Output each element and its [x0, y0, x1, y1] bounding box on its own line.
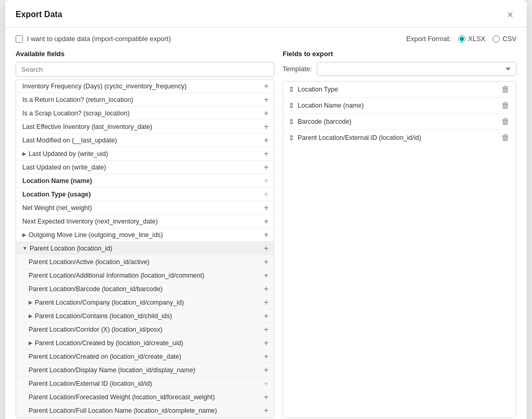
add-field-icon[interactable]: +: [263, 136, 270, 145]
field-name: Parent Location/Corridor (X) (location_i…: [29, 326, 263, 333]
add-field-icon[interactable]: +: [263, 366, 270, 374]
csv-radio[interactable]: [493, 35, 500, 43]
list-item: ▼Parent Location (location_id)+: [16, 242, 274, 255]
field-name: Last Updated on (write_date): [22, 164, 263, 171]
add-field-icon[interactable]: +: [263, 379, 270, 388]
update-checkbox-row[interactable]: I want to update data (import-compatible…: [16, 35, 171, 43]
delete-field-icon[interactable]: 🗑: [500, 85, 511, 94]
export-fields-list: ⇕Location Type🗑⇕Location Name (name)🗑⇕Ba…: [283, 81, 516, 418]
add-field-icon[interactable]: +: [263, 258, 270, 266]
field-name: Is a Scrap Location? (scrap_location): [22, 110, 263, 117]
delete-field-icon[interactable]: 🗑: [500, 133, 511, 142]
list-item: ▶Last Updated by (write_uid)+: [16, 147, 274, 161]
list-item: Net Weight (net_weight)+: [16, 201, 274, 215]
add-field-icon[interactable]: +: [263, 217, 270, 226]
field-name: Inventory Frequency (Days) (cyclic_inven…: [22, 83, 263, 90]
columns-row: Available fields Inventory Frequency (Da…: [16, 50, 516, 418]
list-item: Parent Location/Corridor (X) (location_i…: [16, 323, 274, 336]
add-field-icon[interactable]: +: [263, 163, 270, 172]
left-panel: Available fields Inventory Frequency (Da…: [16, 50, 274, 418]
export-field-left: ⇕Location Type: [288, 85, 500, 94]
add-field-icon[interactable]: +: [263, 407, 270, 415]
update-data-checkbox[interactable]: [16, 35, 23, 43]
add-field-icon[interactable]: +: [263, 123, 270, 131]
list-item: ▶Parent Location/Created by (location_id…: [16, 336, 274, 350]
template-label: Template:: [283, 65, 312, 73]
field-name: Parent Location/Active (location_id/acti…: [29, 258, 263, 266]
field-name: Parent Location/Company (location_id/com…: [35, 299, 263, 306]
collapse-icon[interactable]: ▼: [22, 245, 28, 251]
csv-option[interactable]: CSV: [493, 35, 516, 43]
add-field-icon[interactable]: +: [263, 298, 270, 307]
add-field-icon[interactable]: +: [263, 325, 270, 334]
add-field-icon[interactable]: +: [263, 244, 270, 253]
field-name: Last Updated by (write_uid): [29, 150, 263, 158]
add-field-icon[interactable]: +: [263, 96, 270, 104]
field-name: Parent Location (location_id): [30, 245, 263, 252]
export-format-row: Export Format: XLSX CSV: [406, 35, 516, 43]
export-field-left: ⇕Barcode (barcode): [288, 117, 500, 126]
export-dialog: Export Data × I want to update data (imp…: [5, 0, 527, 419]
template-select[interactable]: [317, 62, 516, 76]
list-item: Next Expected Inventory (next_inventory_…: [16, 215, 274, 228]
field-name: Last Modified on (__last_update): [22, 137, 263, 144]
xlsx-option[interactable]: XLSX: [458, 35, 485, 43]
export-list-item: ⇕Location Name (name)🗑: [283, 98, 516, 114]
list-item: Last Effective Inventory (last_inventory…: [16, 120, 274, 134]
expand-icon[interactable]: ▶: [29, 299, 33, 305]
add-field-icon[interactable]: +: [263, 204, 270, 212]
add-field-icon[interactable]: +: [263, 82, 270, 90]
add-field-icon[interactable]: +: [263, 352, 270, 361]
close-icon[interactable]: ×: [504, 8, 516, 21]
field-name: Outgoing Move Line (outgoing_move_line_i…: [29, 231, 263, 239]
export-field-name: Barcode (barcode): [298, 118, 352, 125]
xlsx-label: XLSX: [468, 35, 485, 43]
expand-icon[interactable]: ▶: [29, 340, 33, 346]
sort-icon[interactable]: ⇕: [288, 134, 295, 142]
add-field-icon[interactable]: +: [263, 312, 270, 320]
search-input[interactable]: [16, 62, 274, 77]
sort-icon[interactable]: ⇕: [288, 85, 295, 94]
add-field-icon[interactable]: +: [263, 177, 270, 185]
list-item: Parent Location/Display Name (location_i…: [16, 363, 274, 377]
add-field-icon[interactable]: +: [263, 271, 270, 280]
sort-icon[interactable]: ⇕: [288, 101, 295, 110]
list-item: Last Modified on (__last_update)+: [16, 134, 274, 147]
add-field-icon[interactable]: +: [263, 285, 270, 293]
add-field-icon[interactable]: +: [263, 339, 270, 347]
field-name: Parent Location/Display Name (location_i…: [29, 366, 263, 374]
expand-icon[interactable]: ▶: [22, 232, 26, 238]
delete-field-icon[interactable]: 🗑: [500, 101, 511, 110]
list-item: Is a Return Location? (return_location)+: [16, 93, 274, 107]
expand-icon[interactable]: ▶: [29, 313, 33, 319]
field-name: Parent Location/External ID (location_id…: [29, 380, 263, 387]
xlsx-radio[interactable]: [458, 35, 466, 43]
add-field-icon[interactable]: +: [263, 231, 270, 239]
field-name: Parent Location/Additional Information (…: [29, 272, 263, 279]
list-item: Parent Location/Active (location_id/acti…: [16, 255, 274, 269]
field-name: Parent Location/Forecasted Weight (locat…: [29, 394, 263, 401]
expand-icon[interactable]: ▶: [22, 151, 26, 156]
add-field-icon[interactable]: +: [263, 150, 270, 158]
export-list-item: ⇕Location Type🗑: [283, 82, 516, 98]
export-list-item: ⇕Parent Location/External ID (location_i…: [283, 130, 516, 146]
csv-label: CSV: [502, 35, 516, 43]
fields-to-export-title: Fields to export: [283, 50, 516, 58]
right-panel: Fields to export Template: ⇕Location Typ…: [283, 50, 516, 418]
sort-icon[interactable]: ⇕: [288, 117, 295, 126]
list-item: Last Updated on (write_date)+: [16, 161, 274, 174]
export-field-left: ⇕Location Name (name): [288, 101, 500, 110]
list-item: Parent Location/Barcode (location_id/bar…: [16, 282, 274, 296]
add-field-icon[interactable]: +: [263, 190, 270, 199]
delete-field-icon[interactable]: 🗑: [500, 117, 511, 126]
list-item: Parent Location/Forecasted Weight (locat…: [16, 390, 274, 404]
export-format-label: Export Format:: [406, 35, 451, 43]
export-field-name: Location Name (name): [298, 102, 364, 109]
add-field-icon[interactable]: +: [263, 109, 270, 117]
field-name: Is a Return Location? (return_location): [22, 96, 263, 103]
list-item: Parent Location/External ID (location_id…: [16, 377, 274, 390]
field-name: Parent Location/Barcode (location_id/bar…: [29, 285, 263, 293]
field-name: Location Name (name): [22, 177, 263, 185]
available-fields-list: Inventory Frequency (Days) (cyclic_inven…: [16, 79, 274, 418]
add-field-icon[interactable]: +: [263, 393, 270, 401]
